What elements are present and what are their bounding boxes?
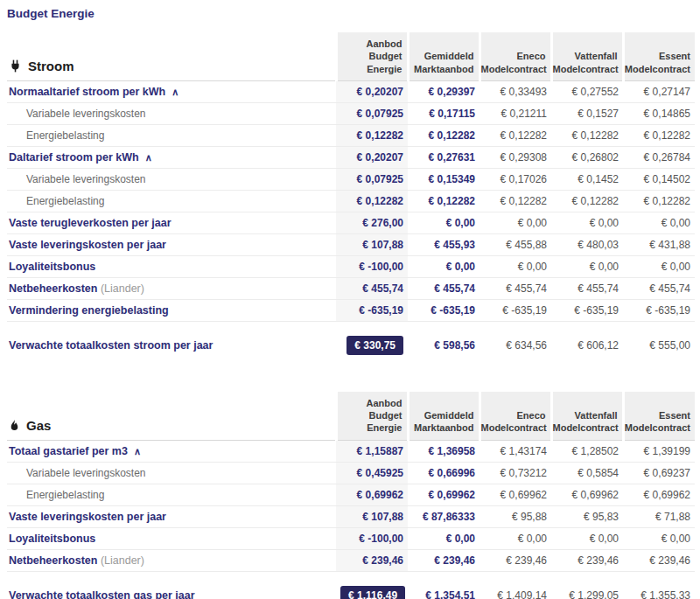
value-cell: € 0,12282 (408, 124, 480, 146)
stroom-table-body: Normaaltarief stroom per kWh∧€ 0,20207€ … (7, 80, 695, 321)
value-cell: € -100,00 (336, 527, 408, 549)
stroom-section-header: Stroom (7, 32, 336, 80)
collapse-chevron-icon[interactable]: ∧ (172, 87, 178, 97)
value-cell: € 1,39199 (623, 440, 695, 462)
gas-total-row: Verwachte totaalkosten gas per jaar € 1.… (7, 571, 695, 599)
value-cell: € 0,26784 (623, 146, 695, 168)
value-cell: € -635,19 (336, 299, 408, 321)
column-header-essent: Essent Modelcontract (623, 392, 695, 440)
value-cell: € 0,17026 (480, 168, 551, 190)
value-cell: € 0,69237 (623, 462, 695, 484)
value-cell: € 0,29397 (408, 80, 480, 102)
gas-table-body: Totaal gastarief per m3∧€ 1,15887€ 1,369… (7, 440, 695, 571)
value-cell: € 0,20207 (336, 80, 408, 102)
column-header-eneco: Eneco Modelcontract (480, 392, 551, 440)
value-cell: € 0,00 (480, 527, 551, 549)
value-cell: € 107,88 (336, 233, 408, 255)
row-label-cell: Loyaliteitsbonus (7, 255, 336, 277)
value-cell: € 239,46 (336, 549, 408, 571)
value-cell: € 0,00 (551, 255, 623, 277)
value-cell: € 107,88 (336, 505, 408, 527)
row-label: Vermindering energiebelasting (9, 304, 169, 317)
row-label: Loyaliteitsbonus (9, 261, 95, 273)
value-cell: € 0,15349 (408, 168, 480, 190)
table-row: Vermindering energiebelasting€ -635,19€ … (7, 299, 695, 321)
stroom-total-row: Verwachte totaalkosten stroom per jaar €… (7, 321, 695, 362)
stroom-total-badge: € 330,75 (346, 336, 403, 355)
value-cell: € 0,00 (408, 212, 480, 233)
table-row: Vaste terugleverkosten per jaar€ 276,00€… (7, 212, 695, 233)
value-cell: € 455,74 (480, 277, 551, 299)
row-label: Energiebelasting (26, 129, 104, 142)
row-label-cell: Totaal gastarief per m3∧ (7, 440, 336, 462)
value-cell: € 598,56 (408, 321, 480, 362)
stroom-section-title: Stroom (28, 59, 74, 73)
value-cell: € 0,17115 (408, 102, 480, 124)
collapse-chevron-icon[interactable]: ∧ (145, 152, 152, 163)
page-title: Budget Energie (7, 7, 695, 20)
row-label-cell: Variabele leveringskosten (7, 102, 336, 124)
value-cell: € 0,26802 (551, 146, 623, 168)
stroom-total-badge-cell: € 330,75 (336, 321, 408, 362)
value-cell: € 0,00 (408, 527, 480, 549)
value-cell: € 0,21211 (480, 102, 551, 124)
row-label: Daltarief stroom per kWh (9, 151, 139, 164)
value-cell: € 0,07925 (336, 102, 408, 124)
row-label: Normaaltarief stroom per kWh (9, 86, 165, 98)
column-header-essent: Essent Modelcontract (623, 32, 695, 80)
column-header-gemiddeld-marktaanbod: Gemiddeld Marktaanbod (408, 392, 480, 440)
table-row: Variabele leveringskosten€ 0,07925€ 0,17… (7, 102, 695, 124)
table-row: Energiebelasting€ 0,12282€ 0,12282€ 0,12… (7, 190, 695, 212)
value-cell: € 0,5854 (551, 462, 623, 484)
value-cell: € 0,69962 (551, 484, 623, 505)
row-label-cell: Daltarief stroom per kWh∧ (7, 146, 336, 168)
column-header-eneco: Eneco Modelcontract (480, 32, 551, 80)
value-cell: € 0,00 (408, 255, 480, 277)
gas-section-header: Gas (7, 392, 336, 440)
row-label: Variabele leveringskosten (26, 173, 146, 185)
column-header-vattenfall: Vattenfall Modelcontract (551, 392, 623, 440)
row-label-cell: Variabele leveringskosten (7, 168, 336, 190)
value-cell: € 0,69962 (480, 484, 551, 505)
row-label: Netbeheerkosten (9, 282, 97, 295)
row-label-note: (Liander) (97, 282, 144, 295)
value-cell: € 87,86333 (408, 505, 480, 527)
row-label-cell: Netbeheerkosten (Liander) (7, 277, 336, 299)
value-cell: € -635,19 (408, 299, 480, 321)
table-row: Netbeheerkosten (Liander)€ 239,46€ 239,4… (7, 549, 695, 571)
row-label: Energiebelasting (26, 195, 104, 207)
gas-total-badge: € 1.116,49 (340, 586, 405, 599)
row-label-cell: Vermindering energiebelasting (7, 299, 336, 321)
value-cell: € 0,73212 (480, 462, 551, 484)
column-header-vattenfall: Vattenfall Modelcontract (551, 32, 623, 80)
stroom-total-label: Verwachte totaalkosten stroom per jaar (7, 321, 336, 362)
row-label: Variabele leveringskosten (26, 108, 146, 120)
value-cell: € 0,27147 (623, 80, 695, 102)
value-cell: € 71,88 (623, 505, 695, 527)
value-cell: € 0,12282 (480, 190, 551, 212)
table-row: Netbeheerkosten (Liander)€ 455,74€ 455,7… (7, 277, 695, 299)
flame-icon (9, 418, 20, 432)
row-label: Variabele leveringskosten (26, 467, 146, 479)
value-cell: € 1,43174 (480, 440, 551, 462)
value-cell: € -635,19 (551, 299, 623, 321)
row-label: Energiebelasting (26, 489, 104, 501)
table-row: Loyaliteitsbonus€ -100,00€ 0,00€ 0,00€ 0… (7, 255, 695, 277)
column-header-aanbod-budget-energie: Aanbod Budget Energie (336, 32, 408, 80)
value-cell: € 555,00 (623, 321, 695, 362)
value-cell: € 276,00 (336, 212, 408, 233)
gas-header-row: Gas Aanbod Budget Energie Gemiddeld Mark… (7, 392, 695, 440)
value-cell: € 0,07925 (336, 168, 408, 190)
row-label-cell: Energiebelasting (7, 190, 336, 212)
value-cell: € 455,74 (623, 277, 695, 299)
value-cell: € 0,1527 (551, 102, 623, 124)
value-cell: € 0,27552 (551, 80, 623, 102)
table-row: Normaaltarief stroom per kWh∧€ 0,20207€ … (7, 80, 695, 102)
value-cell: € 431,88 (623, 233, 695, 255)
value-cell: € 1.355,33 (623, 571, 695, 599)
collapse-chevron-icon[interactable]: ∧ (134, 446, 141, 456)
value-cell: € 0,00 (623, 212, 695, 233)
value-cell: € 0,12282 (336, 190, 408, 212)
value-cell: € 0,12282 (623, 190, 695, 212)
value-cell: € 239,46 (623, 549, 695, 571)
